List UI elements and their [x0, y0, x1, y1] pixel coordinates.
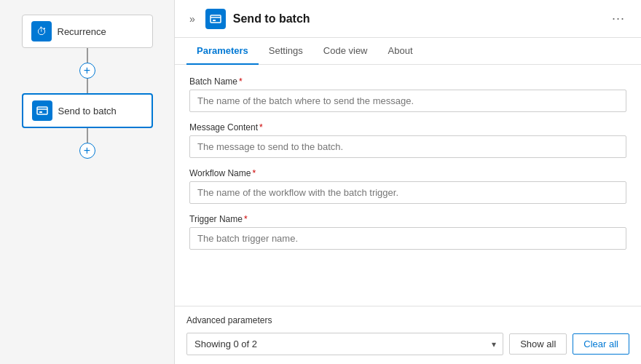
show-all-button[interactable]: Show all	[509, 333, 567, 355]
connector-2: +	[79, 128, 95, 159]
add-step-button-2[interactable]: +	[79, 143, 95, 159]
panel-title: Send to batch	[233, 12, 600, 25]
connector-line-2	[87, 79, 88, 93]
message-content-group: Message Content*	[189, 122, 626, 158]
add-step-button-1[interactable]: +	[79, 63, 95, 79]
clear-all-button[interactable]: Clear all	[573, 333, 629, 355]
connector-line-1	[87, 48, 88, 63]
right-header: » Send to batch ···	[175, 0, 641, 38]
batch-name-group: Batch Name*	[189, 76, 626, 112]
footer: Advanced parameters Showing 0 of 2 ▾ Sho…	[175, 306, 641, 364]
message-content-label: Message Content*	[189, 122, 626, 132]
tab-about[interactable]: About	[378, 38, 423, 65]
svg-rect-3	[213, 20, 216, 21]
advanced-parameters-label: Advanced parameters	[186, 315, 629, 325]
svg-rect-0	[37, 107, 47, 114]
message-content-required: *	[259, 122, 263, 132]
trigger-name-label: Trigger Name*	[189, 214, 626, 224]
tab-settings[interactable]: Settings	[259, 38, 313, 65]
tab-code-view[interactable]: Code view	[313, 38, 378, 65]
tab-parameters[interactable]: Parameters	[186, 38, 259, 65]
showing-select-wrapper: Showing 0 of 2 ▾	[186, 333, 503, 355]
send-to-batch-label: Send to batch	[58, 106, 117, 116]
batch-name-required: *	[239, 76, 243, 87]
connector-1: +	[79, 48, 95, 93]
batch-name-label: Batch Name*	[189, 76, 626, 87]
tab-bar: Parameters Settings Code view About	[175, 38, 641, 65]
workflow-name-input[interactable]	[189, 181, 626, 204]
connector-line-3	[87, 128, 88, 143]
recurrence-icon: ⏱	[31, 21, 52, 41]
recurrence-node[interactable]: ⏱ Recurrence	[22, 15, 153, 48]
trigger-name-group: Trigger Name*	[189, 214, 626, 250]
workflow-name-group: Workflow Name*	[189, 168, 626, 204]
advanced-row: Showing 0 of 2 ▾ Show all Clear all	[186, 333, 629, 355]
collapse-button[interactable]: »	[186, 12, 198, 26]
svg-rect-2	[211, 15, 221, 23]
send-to-batch-icon	[32, 100, 52, 121]
right-panel: » Send to batch ··· Parameters Settings …	[175, 0, 641, 364]
recurrence-label: Recurrence	[58, 26, 106, 37]
form-area: Batch Name* Message Content* Workflow Na…	[175, 65, 641, 306]
svg-rect-1	[39, 111, 42, 113]
more-options-button[interactable]: ···	[607, 9, 629, 28]
workflow-name-label: Workflow Name*	[189, 168, 626, 178]
showing-select[interactable]: Showing 0 of 2	[186, 333, 503, 355]
send-to-batch-node[interactable]: Send to batch	[22, 93, 153, 128]
trigger-name-input[interactable]	[189, 227, 626, 250]
workflow-name-required: *	[252, 168, 256, 178]
left-panel: ⏱ Recurrence + Send to batch +	[0, 0, 175, 364]
header-icon	[205, 9, 226, 29]
message-content-input[interactable]	[189, 135, 626, 158]
trigger-name-required: *	[244, 214, 248, 224]
batch-name-input[interactable]	[189, 90, 626, 112]
